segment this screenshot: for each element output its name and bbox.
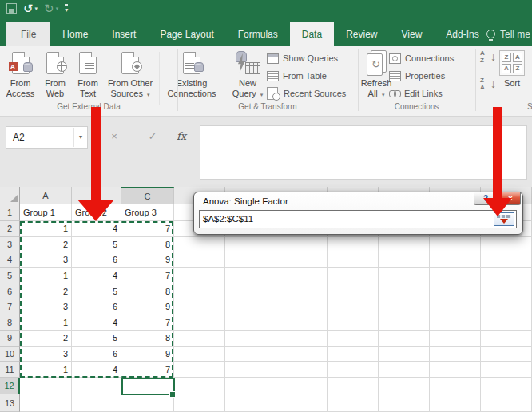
cell-G10[interactable]: [328, 347, 379, 362]
cell-H6[interactable]: [379, 283, 430, 299]
existing-connections-button[interactable]: ExistingConnections: [162, 48, 221, 99]
sort-ascending-button[interactable]: AZ ↓: [480, 50, 496, 70]
cell-D3[interactable]: [174, 237, 225, 253]
cell-E9[interactable]: [225, 331, 276, 347]
cell-B2[interactable]: 4: [72, 221, 121, 237]
cell-G12[interactable]: [328, 378, 379, 394]
cell-J9[interactable]: [481, 331, 532, 347]
range-input[interactable]: $A$2:$C$11: [199, 210, 517, 228]
cell-I6[interactable]: [430, 283, 481, 299]
cell-A2[interactable]: 1: [20, 221, 72, 237]
cell-B3[interactable]: 5: [72, 237, 121, 253]
cell-D7[interactable]: [174, 299, 225, 315]
cell-E13[interactable]: [225, 394, 276, 412]
cell-H13[interactable]: [379, 394, 430, 412]
cell-D5[interactable]: [174, 268, 225, 284]
cell-F3[interactable]: [276, 237, 328, 253]
cell-D10[interactable]: [174, 347, 225, 362]
cell-B9[interactable]: 5: [72, 331, 121, 347]
cell-C7[interactable]: 9: [121, 299, 174, 315]
tab-formulas[interactable]: Formulas: [226, 22, 290, 46]
cell-I10[interactable]: [430, 347, 481, 362]
cell-I5[interactable]: [430, 268, 481, 284]
cell-F6[interactable]: [276, 283, 328, 299]
cell-F8[interactable]: [276, 315, 328, 331]
cell-G11[interactable]: [328, 362, 379, 378]
cell-B10[interactable]: 6: [72, 347, 121, 362]
cell-E12[interactable]: [225, 378, 276, 394]
cell-A5[interactable]: 1: [20, 268, 72, 284]
cell-E5[interactable]: [225, 268, 276, 284]
cell-G8[interactable]: [328, 315, 379, 331]
insert-function-icon[interactable]: fx: [171, 126, 192, 147]
from-other-sources-button[interactable]: From OtherSources ▾: [105, 48, 156, 100]
cell-I8[interactable]: [430, 315, 481, 331]
cell-H8[interactable]: [379, 315, 430, 331]
cell-B8[interactable]: 4: [72, 315, 121, 331]
cell-H5[interactable]: [379, 268, 430, 284]
cell-C4[interactable]: 9: [121, 252, 174, 268]
cell-G7[interactable]: [328, 299, 379, 315]
cell-G3[interactable]: [328, 237, 379, 253]
cell-A8[interactable]: 1: [20, 315, 72, 331]
row-header-11[interactable]: 11: [0, 362, 20, 378]
cell-G6[interactable]: [328, 283, 379, 299]
cell-D12[interactable]: [174, 378, 225, 394]
row-header-9[interactable]: 9: [0, 331, 20, 347]
cell-C1[interactable]: Group 3: [121, 204, 174, 221]
name-box-dropdown-icon[interactable]: ▾: [73, 128, 87, 147]
show-queries-button[interactable]: Show Queries: [267, 50, 338, 66]
column-header-C[interactable]: C: [121, 187, 174, 204]
cell-J10[interactable]: [481, 347, 532, 362]
cell-I4[interactable]: [430, 252, 481, 268]
cell-D13[interactable]: [174, 394, 225, 412]
cell-E6[interactable]: [225, 283, 276, 299]
cell-F7[interactable]: [276, 299, 328, 315]
tab-insert[interactable]: Insert: [100, 22, 148, 46]
cell-I7[interactable]: [430, 299, 481, 315]
column-header-A[interactable]: A: [20, 187, 72, 204]
save-icon[interactable]: [6, 3, 17, 14]
cell-C2[interactable]: 7: [121, 221, 174, 237]
cell-C10[interactable]: 9: [121, 347, 174, 362]
fill-handle[interactable]: [169, 391, 176, 398]
cell-A4[interactable]: 3: [20, 252, 72, 268]
tab-data[interactable]: Data: [290, 22, 334, 46]
row-header-10[interactable]: 10: [0, 347, 20, 362]
cell-H11[interactable]: [379, 362, 430, 378]
cell-C5[interactable]: 7: [121, 268, 174, 284]
cell-B13[interactable]: [72, 394, 121, 412]
undo-icon[interactable]: ↺▾: [23, 2, 38, 14]
cell-H4[interactable]: [379, 252, 430, 268]
cell-B7[interactable]: 6: [72, 299, 121, 315]
from-access-button[interactable]: A FromAccess: [2, 48, 39, 99]
edit-links-button[interactable]: Edit Links: [389, 85, 443, 101]
cell-G5[interactable]: [328, 268, 379, 284]
tab-page-layout[interactable]: Page Layout: [148, 22, 225, 46]
customize-qat-icon[interactable]: ▾: [65, 4, 68, 14]
cell-F11[interactable]: [276, 362, 328, 378]
cell-D9[interactable]: [174, 331, 225, 347]
cell-J8[interactable]: [481, 315, 532, 331]
row-header-7[interactable]: 7: [0, 299, 20, 315]
cell-B12[interactable]: [72, 378, 121, 394]
cell-I11[interactable]: [430, 362, 481, 378]
cell-E4[interactable]: [225, 252, 276, 268]
cell-H9[interactable]: [379, 331, 430, 347]
cell-J4[interactable]: [481, 252, 532, 268]
cell-H12[interactable]: [379, 378, 430, 394]
cell-J12[interactable]: [481, 378, 532, 394]
new-query-button[interactable]: NewQuery ▾: [228, 48, 268, 100]
enter-icon[interactable]: ✓: [142, 126, 163, 147]
cell-E7[interactable]: [225, 299, 276, 315]
cell-E3[interactable]: [225, 237, 276, 253]
cell-F10[interactable]: [276, 347, 328, 362]
row-header-12[interactable]: 12: [0, 378, 20, 394]
cell-A1[interactable]: Group 1: [20, 204, 72, 221]
cell-G9[interactable]: [328, 331, 379, 347]
cell-J3[interactable]: [481, 237, 532, 253]
cell-C11[interactable]: 7: [121, 362, 174, 378]
cell-B4[interactable]: 6: [72, 252, 121, 268]
from-text-button[interactable]: FromText: [71, 48, 105, 99]
cell-G4[interactable]: [328, 252, 379, 268]
